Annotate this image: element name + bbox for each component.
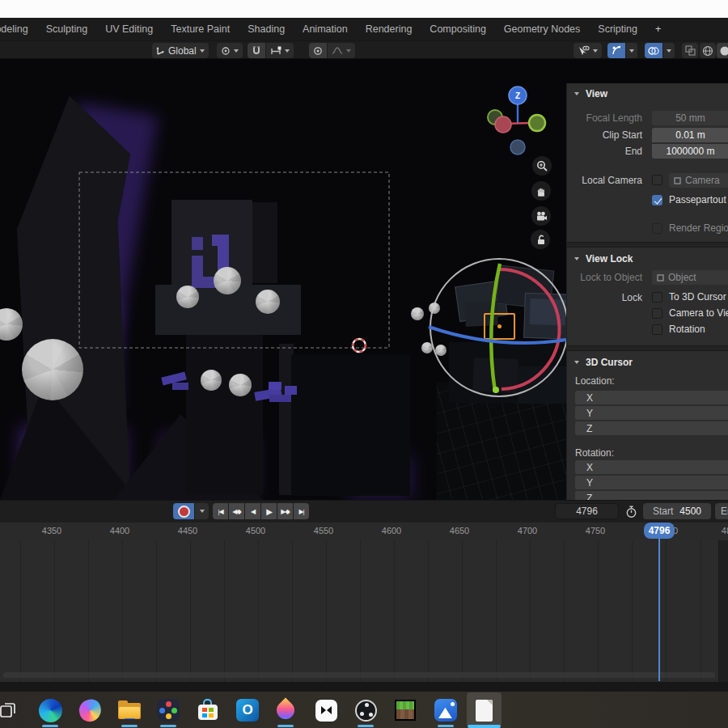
snap-increment-icon	[270, 46, 281, 56]
proportional-editing-button[interactable]	[309, 43, 327, 58]
cursor-rotation-x[interactable]: X	[575, 460, 728, 474]
playhead-line[interactable]	[658, 539, 660, 681]
cursor-location-y[interactable]: Y	[575, 406, 728, 420]
timeline-body[interactable]	[0, 540, 728, 682]
panel-header-3d-cursor[interactable]: 3D Cursor	[567, 351, 728, 372]
lock-view-button[interactable]	[531, 230, 550, 249]
auto-keying-dropdown[interactable]	[195, 503, 209, 519]
taskbar-outlook[interactable]: O	[233, 696, 262, 724]
taskbar-copilot[interactable]	[75, 696, 104, 724]
playhead-badge[interactable]: 4796	[644, 523, 675, 539]
tab-shading[interactable]: Shading	[239, 18, 294, 40]
tab-geometry-nodes[interactable]: Geometry Nodes	[495, 18, 589, 40]
camera-object-field[interactable]: Camera	[669, 173, 728, 188]
photos-icon	[434, 699, 457, 722]
pivot-point-dropdown[interactable]	[217, 43, 243, 58]
current-frame-field[interactable]: 4796	[555, 503, 619, 519]
rotate-gizmo-x-arc[interactable]	[497, 269, 560, 389]
taskbar-obs[interactable]	[351, 696, 380, 724]
local-camera-checkbox[interactable]	[652, 175, 662, 185]
taskbar-edge[interactable]	[36, 696, 65, 724]
xray-toggle-button[interactable]	[682, 43, 698, 58]
next-keyframe-button[interactable]: ▶◆	[277, 503, 293, 519]
taskbar-capcut[interactable]	[311, 696, 341, 724]
taskbar-task-view[interactable]	[0, 696, 23, 724]
solid-shading-button[interactable]	[717, 43, 728, 58]
taskbar-document-active[interactable]	[469, 696, 498, 724]
ruler-label: 4450	[178, 526, 197, 535]
taskbar-dots-app[interactable]	[154, 696, 183, 724]
snap-with-dropdown[interactable]	[266, 43, 294, 58]
taskbar-minecraft[interactable]	[391, 696, 420, 724]
visibility-dropdown[interactable]	[574, 43, 602, 58]
clip-end-field[interactable]: 1000000 m	[652, 144, 728, 159]
gizmos-dropdown[interactable]	[626, 43, 637, 58]
object-icon	[657, 274, 664, 281]
camera-to-view-checkbox[interactable]	[652, 308, 662, 319]
wireframe-shading-button[interactable]	[700, 43, 716, 58]
tab-compositing[interactable]: Compositing	[421, 18, 494, 40]
overlays-dropdown[interactable]	[663, 43, 675, 58]
passepartout-checkbox[interactable]	[652, 195, 662, 205]
timeline-scrollbar[interactable]	[3, 672, 715, 678]
pan-button[interactable]	[531, 181, 551, 201]
snap-toggle-button[interactable]	[248, 43, 265, 58]
taskbar-paint3d[interactable]	[271, 696, 300, 724]
taskbar-photos[interactable]	[431, 696, 460, 724]
end-frame-field[interactable]: End	[715, 503, 728, 519]
rotate-gizmo-y-arc[interactable]	[491, 264, 500, 392]
play-reverse-button[interactable]: ◀	[245, 503, 260, 519]
jump-to-end-button[interactable]: ▶|	[294, 503, 309, 519]
gridline	[292, 540, 293, 682]
gridline	[258, 540, 259, 682]
axis-label: Y	[586, 408, 593, 419]
rotate-gizmo-ring[interactable]	[430, 259, 568, 396]
sidebar: View Focal Length 50 mm Clip Start 0.01 …	[566, 83, 728, 500]
transform-orientation-dropdown[interactable]: Global	[152, 43, 209, 58]
add-workspace-button[interactable]: +	[646, 18, 670, 40]
lock-rotation-checkbox[interactable]	[652, 324, 662, 335]
obs-icon	[355, 700, 377, 722]
use-preview-range-button[interactable]	[621, 504, 641, 519]
jump-to-start-button[interactable]: |◀	[213, 503, 228, 519]
cursor-location-z[interactable]: Z	[575, 421, 728, 435]
cursor-rotation-z[interactable]: Z	[575, 491, 728, 500]
start-frame-field[interactable]: Start 4500	[643, 503, 711, 519]
lock-label: Lock	[567, 290, 642, 305]
taskbar-file-explorer[interactable]	[115, 696, 144, 724]
panel-header-view-lock[interactable]: View Lock	[567, 248, 728, 269]
tab-sculpting[interactable]: Sculpting	[37, 18, 96, 40]
panel-header-view[interactable]: View	[567, 83, 728, 104]
gizmos-toggle-button[interactable]	[607, 43, 625, 58]
rotate-gizmo-z-arc[interactable]	[429, 327, 566, 343]
axis-ball-y[interactable]	[529, 115, 545, 131]
zoom-button[interactable]	[532, 156, 552, 176]
chevron-down-icon	[629, 49, 634, 53]
tab-animation[interactable]: Animation	[294, 18, 357, 40]
previous-keyframe-button[interactable]: ◀◆	[229, 503, 244, 519]
tab-modeling[interactable]: Modeling	[0, 18, 37, 40]
clip-start-field[interactable]: 0.01 m	[652, 128, 728, 142]
cursor-location-x[interactable]: X	[575, 391, 728, 404]
chevron-down-icon	[667, 49, 671, 53]
tab-texture-paint[interactable]: Texture Paint	[162, 18, 239, 40]
cursor-rotation-y[interactable]: Y	[575, 476, 728, 489]
lock-icon	[535, 234, 546, 245]
tab-scripting[interactable]: Scripting	[589, 18, 646, 40]
camera-view-button[interactable]	[531, 206, 551, 226]
focal-length-field[interactable]: 50 mm	[652, 111, 728, 125]
taskbar: O	[0, 692, 728, 728]
tab-rendering[interactable]: Rendering	[357, 18, 421, 40]
axis-ball-x[interactable]	[495, 116, 511, 133]
auto-keying-button[interactable]	[173, 503, 194, 519]
falloff-dropdown[interactable]	[328, 43, 355, 58]
taskbar-store[interactable]	[193, 696, 222, 724]
overlays-toggle-button[interactable]	[645, 43, 662, 58]
axis-ball-z-neg[interactable]	[510, 140, 525, 154]
render-region-checkbox[interactable]	[652, 223, 662, 234]
to-3d-cursor-checkbox[interactable]	[652, 292, 662, 303]
tab-uv-editing[interactable]: UV Editing	[96, 18, 162, 40]
play-button[interactable]: ▶	[261, 503, 277, 519]
lock-object-field[interactable]: Object	[652, 270, 728, 285]
timeline-ruler[interactable]: 4350 4400 4450 4500 4550 4600 4650 4700 …	[0, 522, 728, 540]
